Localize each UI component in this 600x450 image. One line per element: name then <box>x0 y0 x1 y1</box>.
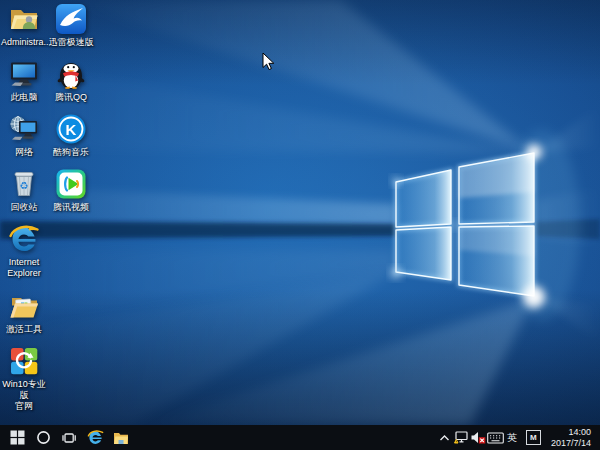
tencent-video-play-icon <box>55 168 87 200</box>
tray-ime-mode-badge[interactable]: M <box>526 430 541 445</box>
task-view-icon <box>61 431 77 445</box>
tray-touch-keyboard-icon[interactable] <box>487 425 504 450</box>
windows-10-desktop: Administra... 迅雷极速版 此电脑 <box>0 0 600 450</box>
desktop-icon-label: 回收站 <box>1 202 47 213</box>
taskbar-left <box>0 425 134 450</box>
administrator-folder-icon <box>8 3 40 35</box>
desktop-icon-win10-pro-official[interactable]: Win10专业版 官网 <box>1 345 47 412</box>
open-folder-icon <box>8 290 40 322</box>
desktop-icon-this-pc[interactable]: 此电脑 <box>1 58 47 103</box>
taskbar-file-explorer-button[interactable] <box>108 425 134 450</box>
tray-language-indicator[interactable]: 英 <box>504 425 520 450</box>
desktop-icon-recycle-bin[interactable]: ♻ 回收站 <box>1 168 47 213</box>
clock-date: 2017/7/14 <box>551 438 591 449</box>
desktop-icon-label: 网络 <box>1 147 47 158</box>
desktop-icon-qq[interactable]: 腾讯QQ <box>48 58 94 103</box>
xunlei-bird-icon <box>55 3 87 35</box>
desktop-icon-label: 激活工具 <box>1 324 47 335</box>
taskbar-ie-button[interactable] <box>82 425 108 450</box>
desktop-icon-label: 腾讯QQ <box>48 92 94 103</box>
internet-explorer-e-icon <box>8 223 40 255</box>
desktop-icon-internet-explorer[interactable]: Internet Explorer <box>1 223 47 279</box>
desktop-icon-label: Administra... <box>1 37 47 48</box>
clock-time: 14:00 <box>568 427 591 438</box>
desktop-icon-xunlei[interactable]: 迅雷极速版 <box>48 3 94 48</box>
windows-logo-icon <box>10 430 25 445</box>
task-view-button[interactable] <box>56 425 82 450</box>
system-tray: 英 M 14:00 2017/7/14 <box>436 425 600 450</box>
desktop-icon-label: 此电脑 <box>1 92 47 103</box>
desktop-icon-activation-tools[interactable]: 激活工具 <box>1 290 47 335</box>
internet-explorer-icon <box>87 429 104 446</box>
taskbar: 英 M 14:00 2017/7/14 <box>0 425 600 450</box>
tray-chevron-up-icon[interactable] <box>436 425 453 450</box>
desktop-icon-label: 迅雷极速版 <box>48 37 94 48</box>
svg-text:K: K <box>66 121 77 138</box>
qq-penguin-icon <box>55 58 87 90</box>
desktop-icon-network[interactable]: 网络 <box>1 113 47 158</box>
desktop-icon-label: Internet Explorer <box>1 257 47 279</box>
tray-volume-muted-icon[interactable] <box>470 425 487 450</box>
recycle-bin-icon: ♻ <box>8 168 40 200</box>
desktop-icon-tencent-video[interactable]: 腾讯视频 <box>48 168 94 213</box>
desktop-icon-administrator[interactable]: Administra... <box>1 3 47 48</box>
cortana-circle-icon <box>36 430 51 445</box>
win10-colored-squares-refresh-icon <box>8 345 40 377</box>
network-globe-monitor-icon <box>8 113 40 145</box>
desktop-icon-label: 酷狗音乐 <box>48 147 94 158</box>
cortana-search-button[interactable] <box>30 425 56 450</box>
tray-clock[interactable]: 14:00 2017/7/14 <box>545 427 595 448</box>
file-explorer-folder-icon <box>113 431 129 445</box>
svg-text:♻: ♻ <box>20 180 29 191</box>
desktop-icon-label: Win10专业版 官网 <box>1 379 47 412</box>
tray-network-warning-icon[interactable] <box>453 425 470 450</box>
start-button[interactable] <box>4 425 30 450</box>
kugou-k-circle-icon: K <box>55 113 87 145</box>
desktop-icon-label: 腾讯视频 <box>48 202 94 213</box>
computer-monitor-icon <box>8 58 40 90</box>
desktop-icon-kugou[interactable]: K 酷狗音乐 <box>48 113 94 158</box>
